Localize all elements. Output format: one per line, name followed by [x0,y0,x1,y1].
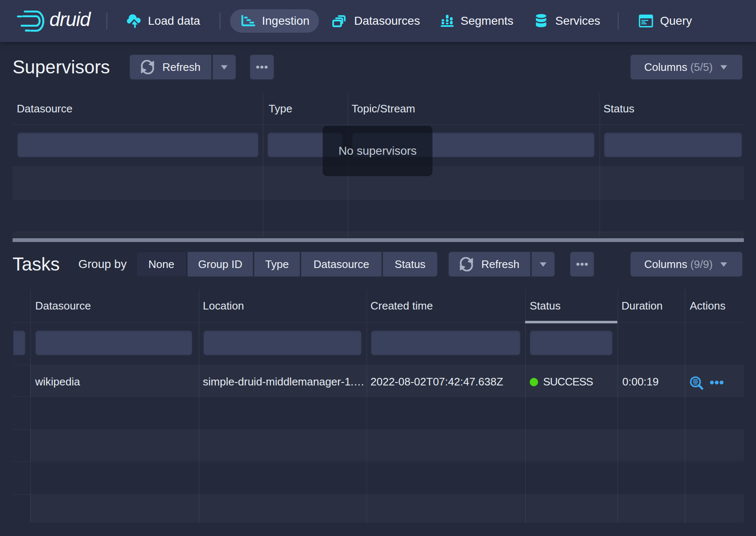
svg-text:druid: druid [49,8,91,30]
